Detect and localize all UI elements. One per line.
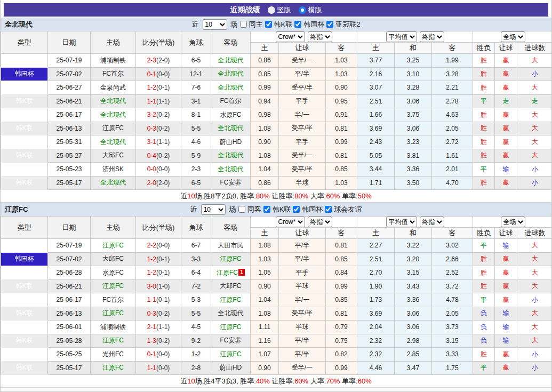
odds-away-cell: 0.82 <box>326 348 357 362</box>
summary-text: 让胜率: <box>270 377 294 386</box>
radio-horizontal-layout[interactable]: 横版 <box>299 5 322 15</box>
avg-draw-cell: 3.47 <box>395 361 432 375</box>
odds-handicap-cell: 平/半 <box>279 348 326 362</box>
away-team-cell: FC首尔 <box>211 94 251 108</box>
avg-provider-select[interactable]: 平均值 <box>386 31 417 42</box>
avg-away-cell: 1.61 <box>432 149 473 163</box>
date-cell: 25-06-21 <box>48 94 91 108</box>
home-team-cell: 江原FC <box>91 239 136 253</box>
avg-home-cell: 4.46 <box>357 361 395 375</box>
result-handicap-cell: 输 <box>495 239 517 253</box>
result-handicap-cell: 赢 <box>495 108 517 122</box>
corner-cell: 4-5 <box>181 321 211 334</box>
league3-checkbox[interactable] <box>326 21 333 28</box>
same-away-checkbox[interactable] <box>238 206 245 213</box>
score-cell: 0-3(0-2) <box>136 122 181 135</box>
odds-away-cell: 0.75 <box>326 334 357 348</box>
league1-checkbox[interactable] <box>265 21 272 28</box>
score-cell: 1-3(0-2) <box>136 334 181 348</box>
avg-home-cell: 3.07 <box>357 81 395 95</box>
home-team-cell: 济州SK <box>91 163 136 177</box>
col-result-handicap: 让球 <box>495 228 517 239</box>
avg-home-cell: 3.69 <box>357 307 395 321</box>
result-wl-cell: 胜 <box>473 81 495 95</box>
match-row: 韩K联25-06-21江原FC3-0(1-0)7-2大邱FC0.90半球0.99… <box>1 279 552 293</box>
avg-away-cell: 2.21 <box>432 81 473 95</box>
avg-away-cell: 4.70 <box>432 176 473 190</box>
scope-select[interactable]: 全场 <box>501 217 525 227</box>
radio-unselected-icon[interactable] <box>268 6 275 14</box>
odds-away-cell: 0.85 <box>326 252 357 266</box>
odds-home-cell: 0.94 <box>251 94 279 108</box>
home-team-cell: 江原FC <box>91 334 136 348</box>
col-avg-away: 客 <box>432 43 473 54</box>
away-team-cell: FC安养 <box>211 334 251 348</box>
match-row: 韩K联25-06-27金泉尚武1-2(0-1)7-6全北现代0.99受平/半0.… <box>1 81 552 95</box>
fulltime-score: 1-1 <box>147 364 156 372</box>
league-cell: 韩K联 <box>1 108 48 122</box>
avg-stage-select[interactable]: 终指 <box>420 217 444 227</box>
result-handicap-cell: 输 <box>495 307 517 321</box>
odds-provider-select[interactable]: Crow* <box>276 31 305 42</box>
fulltime-score: 1-2 <box>147 255 156 263</box>
odds-home-cell: 1.08 <box>251 239 279 253</box>
corner-cell: 1-2 <box>181 348 211 362</box>
result-wl-cell: 平 <box>473 361 495 375</box>
avg-stage-select[interactable]: 终指 <box>420 31 444 42</box>
avg-home-cell: 2.27 <box>357 239 395 253</box>
odds-provider-select[interactable]: Crow* <box>276 217 305 227</box>
odds-home-cell: 0.86 <box>251 176 279 190</box>
col-odds-away: 客 <box>326 43 357 54</box>
result-goals-cell: 小 <box>517 163 552 177</box>
league1-label: 韩K联 <box>274 20 293 29</box>
odds-away-cell: 0.81 <box>326 122 357 135</box>
date-cell: 25-06-21 <box>48 279 91 293</box>
col-type: 类型 <box>1 217 48 239</box>
fulltime-score: 0-1 <box>147 350 156 358</box>
date-cell: 25-06-28 <box>48 266 91 280</box>
col-avg-home: 主 <box>357 43 395 54</box>
corner-cell: 6-5 <box>181 176 211 190</box>
league-cell: 韩K联 <box>1 163 48 177</box>
result-wl-cell: 胜 <box>473 348 495 362</box>
fulltime-score: 0-1 <box>147 70 156 78</box>
odds-home-cell: 1.16 <box>251 334 279 348</box>
recent-count-select[interactable]: 10 <box>201 204 226 215</box>
same-home-checkbox[interactable] <box>240 21 247 28</box>
avg-draw-cell: 3.06 <box>395 122 432 135</box>
result-handicap-cell: 走 <box>495 94 517 108</box>
near-label: 近 <box>190 205 197 214</box>
section2-filter-row: 江原FC 近 10 场 同客 韩K联 韩国杯 球会友谊 <box>1 203 551 216</box>
result-goals-cell: 小 <box>517 361 552 375</box>
avg-provider-select[interactable]: 平均值 <box>386 217 417 227</box>
result-goals-cell: 大 <box>517 122 552 135</box>
col-odds-handicap: 让球 <box>279 43 326 54</box>
home-team-cell: 全北现代 <box>91 94 136 108</box>
summary-text: 单率: <box>340 191 357 201</box>
radio-vertical-layout[interactable]: 竖版 <box>268 5 291 15</box>
recent-count-select[interactable]: 10 <box>203 19 227 30</box>
odds-stage-select[interactable]: 终指 <box>308 217 332 227</box>
avg-away-cell: 3.28 <box>432 67 473 81</box>
league1-checkbox[interactable] <box>263 206 270 213</box>
league2-checkbox[interactable] <box>293 206 300 213</box>
corner-cell: 9-2 <box>181 334 211 348</box>
halftime-score: (0-2) <box>156 310 170 317</box>
league-cell: 韩K联 <box>1 348 48 362</box>
avg-home-cell: 1.71 <box>357 176 395 190</box>
league2-checkbox[interactable] <box>294 21 301 28</box>
avg-home-cell: 2.51 <box>357 94 395 108</box>
fulltime-score: 1-2 <box>147 84 156 91</box>
radio-selected-icon[interactable] <box>299 6 306 14</box>
summary-value: 40% <box>256 377 270 385</box>
league-cell: 韩国杯 <box>1 252 48 266</box>
odds-stage-select[interactable]: 终指 <box>308 31 332 42</box>
match-row: 韩K联25-06-13江原FC0-3(0-2)5-5全北现代1.08受平/半0.… <box>1 307 552 321</box>
scope-select[interactable]: 全场 <box>501 31 525 42</box>
col-corner: 角球 <box>181 217 211 239</box>
odds-home-cell: 1.11 <box>251 321 279 334</box>
col-result-wl: 胜负 <box>473 228 495 239</box>
league3-checkbox[interactable] <box>325 206 332 213</box>
score-cell: 1-1(0-1) <box>136 293 181 307</box>
odds-away-cell: 0.81 <box>326 239 357 253</box>
